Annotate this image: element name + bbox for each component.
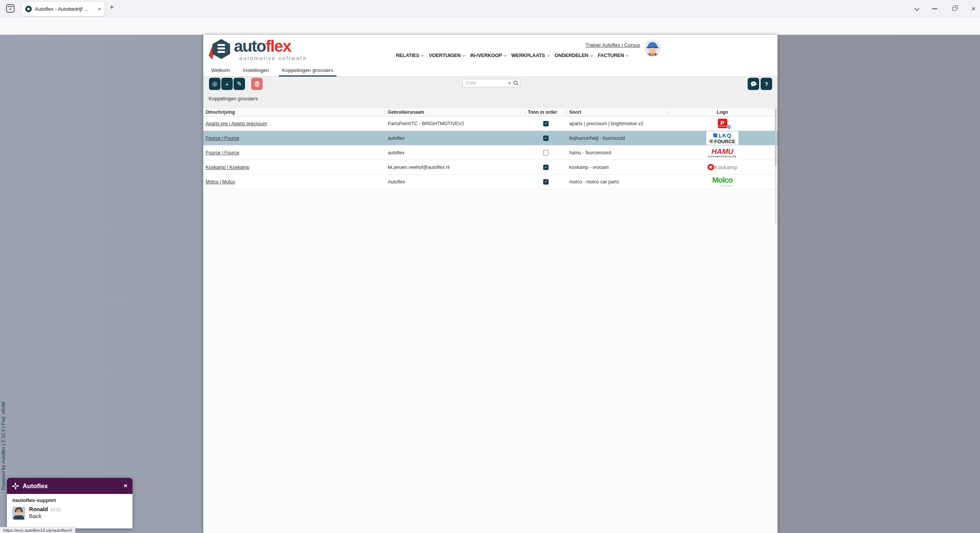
help-button[interactable]: ? <box>761 78 772 90</box>
soort-value: aparts | precisium | brightmotive v2 <box>567 116 667 131</box>
app-header: autoflex automotive software RELATIES VO… <box>203 35 777 64</box>
toon-in-order-checkbox[interactable]: ✓ <box>543 136 549 141</box>
add-button[interactable]: + <box>221 78 233 90</box>
grossier-link[interactable]: Fource | Fource <box>206 136 239 141</box>
firefox-view-icon[interactable] <box>6 4 15 13</box>
precisium-mark-icon: PPRECISIUM <box>718 119 727 128</box>
gebruikersnaam-value: PartsPoint/TC - BRIGHTMOTIVEV2 <box>385 116 525 131</box>
toon-in-order-checkbox[interactable]: ✓ <box>543 179 549 185</box>
nav-item-onderdelen[interactable]: ONDERDELEN <box>555 52 592 58</box>
chevron-down-icon <box>590 53 593 56</box>
koskamp-ring-icon <box>707 164 714 170</box>
soort-value: lkqfource/heijl - fourcezuid <box>567 131 667 146</box>
window-close-button[interactable]: × <box>968 0 979 17</box>
search-icon[interactable] <box>513 80 519 86</box>
tab-instellingen[interactable]: Instellingen <box>243 64 269 77</box>
grossier-link[interactable]: Fource | Fource <box>206 150 239 155</box>
gebruikersnaam-value: autoflex <box>385 146 525 160</box>
chevron-down-icon <box>462 53 465 56</box>
chat-widget-body[interactable]: #autoflex-support Ronald10:52 Back <box>7 494 132 528</box>
chat-sender-name: Ronald10:52 <box>29 506 61 512</box>
soort-value: koskamp - vrooam <box>567 160 667 175</box>
eye-icon: ◎ <box>212 80 217 87</box>
chat-timestamp: 10:52 <box>50 507 61 512</box>
delete-button[interactable] <box>251 78 263 90</box>
col-header-soort[interactable]: Soort <box>567 108 667 116</box>
chat-button[interactable] <box>748 78 759 90</box>
table-row[interactable]: Koskamp | Koskamp kk.jeroen.veehof@autof… <box>203 160 777 175</box>
toon-in-order-checkbox[interactable] <box>543 150 549 155</box>
search-input[interactable] <box>466 80 501 86</box>
user-account-link[interactable]: Trainer Autoflex / Cursus <box>585 42 640 48</box>
browser-url-bar: ← → ⇄o https://evo.autoflex10.vip/autofl… <box>0 17 980 35</box>
koskamp-logo: Koskamp <box>704 160 740 174</box>
soort-value: molco - molco car parts <box>567 175 667 189</box>
gebruikersnaam-value: kk.jeroen.veehof@autoflex.nl <box>385 160 525 175</box>
user-avatar[interactable] <box>644 40 661 56</box>
chevron-down-icon <box>503 53 506 56</box>
grossier-link[interactable]: Aparts pre | Aparts precisium <box>206 121 267 126</box>
table-row[interactable]: Fource | Fource autoflex hamu - fourceno… <box>203 146 777 160</box>
app-tab-strip: Welkom Instellingen Koppelingen grossier… <box>203 64 777 77</box>
main-navigation: RELATIES VOERTUIGEN IN-/VERKOOP WERKPLAA… <box>396 52 628 58</box>
table-row[interactable]: Aparts pre | Aparts precisium PartsPoint… <box>203 116 777 131</box>
tab-koppelingen-grossiers[interactable]: Koppelingen grossiers <box>282 64 333 77</box>
col-header-logo[interactable]: Logo <box>667 108 777 116</box>
app-content: autoflex automotive software RELATIES VO… <box>203 35 777 533</box>
table-row[interactable]: Fource | Fource autoflex ✓ lkqfource/hei… <box>203 131 777 146</box>
col-header-gebruikersnaam[interactable]: Gebruikersnaam <box>385 108 525 116</box>
table-body: Aparts pre | Aparts precisium PartsPoint… <box>203 116 777 189</box>
table-scrollbar[interactable] <box>775 109 777 224</box>
new-tab-button[interactable]: + <box>109 3 114 12</box>
gebruikersnaam-value: Autoflex <box>385 175 525 189</box>
table-header-row: Omschrijving Gebruikersnaam Toon in orde… <box>203 108 777 116</box>
tab-close-icon[interactable]: × <box>98 6 101 12</box>
search-box[interactable]: × <box>462 79 521 87</box>
nav-item-relaties[interactable]: RELATIES <box>396 52 423 58</box>
autoflex-logo: autoflex <box>234 37 291 55</box>
status-link-tooltip: https://evo.autoflex10.vip/autoflex/# <box>0 527 75 533</box>
chat-app-title: Autoflex <box>23 482 48 490</box>
powered-by-text: Powered by Autoflex | 2.10.0 | Pod: v6v6… <box>1 368 6 490</box>
browser-tab[interactable]: Autoflex - Autobedrijf Autoflex × <box>22 2 105 16</box>
lkq-mark-icon <box>713 133 717 137</box>
page-background: autoflex automotive software RELATIES VO… <box>0 35 980 533</box>
trash-icon <box>255 81 260 87</box>
nav-item-in-verkoop[interactable]: IN-/VERKOOP <box>470 52 506 58</box>
nav-item-werkplaats[interactable]: WERKPLAATS <box>511 52 549 58</box>
tab-welkom[interactable]: Welkom <box>211 64 230 77</box>
col-header-toon-in-order[interactable]: Toon in order <box>525 108 567 116</box>
table-row[interactable]: Molco | Molco Autoflex ✓ molco - molco c… <box>203 175 777 189</box>
question-icon: ? <box>764 81 768 87</box>
tab-title: Autoflex - Autobedrijf Autoflex <box>35 6 91 12</box>
browser-tab-bar: Autoflex - Autobedrijf Autoflex × + × <box>0 0 980 17</box>
chat-widget-header: Autoflex × <box>7 478 132 494</box>
chat-channel: #autoflex-support <box>12 497 127 503</box>
view-button[interactable]: ◎ <box>209 78 220 90</box>
soort-value: hamu - fourcenoord <box>567 146 667 160</box>
nav-item-facturen[interactable]: FACTUREN <box>598 52 628 58</box>
nav-item-voertuigen[interactable]: VOERTUIGEN <box>429 52 464 58</box>
toolbar-panel: ◎ + ✎ × <box>203 77 777 108</box>
window-minimize-button[interactable] <box>929 0 940 17</box>
grossier-link[interactable]: Koskamp | Koskamp <box>206 165 249 170</box>
edit-button[interactable]: ✎ <box>234 78 245 90</box>
chat-sender-avatar <box>12 507 25 520</box>
tab-favicon-icon <box>25 6 32 12</box>
chat-message: Back <box>29 513 41 519</box>
chevron-down-icon <box>626 53 629 56</box>
toon-in-order-checkbox[interactable]: ✓ <box>543 121 549 126</box>
logo-tagline: automotive software <box>239 55 307 61</box>
grossier-link[interactable]: Molco | Molco <box>206 179 235 185</box>
precisium-logo: PPRECISIUMB <box>713 117 732 130</box>
col-header-omschrijving[interactable]: Omschrijving <box>203 108 385 116</box>
chat-close-icon[interactable]: × <box>124 482 127 490</box>
window-restore-button[interactable] <box>949 0 960 17</box>
fource-mark-icon <box>709 139 713 143</box>
clear-search-icon[interactable]: × <box>508 80 511 86</box>
toon-in-order-checkbox[interactable]: ✓ <box>543 165 549 170</box>
hamu-logo: HAMUAUTOMATERIALEN <box>705 146 740 159</box>
lkq-logo: LKQFOURCE <box>706 131 738 145</box>
tab-list-chevron-icon[interactable] <box>911 0 923 17</box>
pencil-icon: ✎ <box>237 80 242 87</box>
